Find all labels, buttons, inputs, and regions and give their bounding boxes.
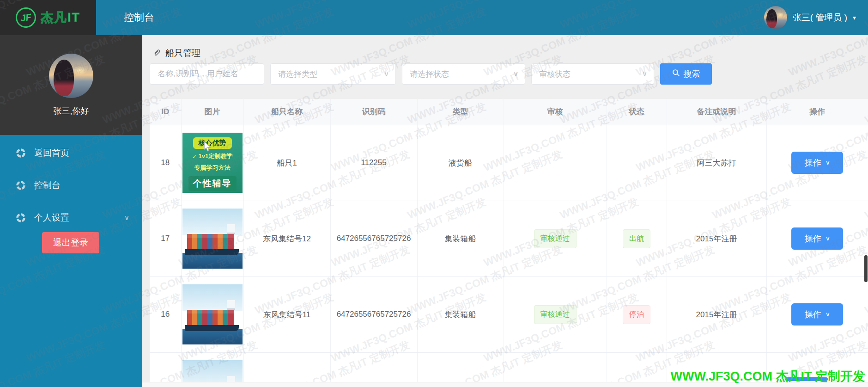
logout-button[interactable]: 退出登录 — [42, 232, 99, 253]
col-header-image: 图片 — [181, 99, 243, 125]
row-actions-label: 操作 — [805, 233, 821, 244]
cell-id — [150, 352, 181, 382]
promo-line2: 专属学习方法 — [194, 164, 231, 172]
sidebar-item-settings[interactable]: 个人设置 ∨ — [0, 207, 142, 229]
sidebar-item-label: 返回首页 — [34, 147, 69, 159]
audit-badge: 审核通过 — [534, 229, 577, 248]
ships-table: ID 图片 船只名称 识别码 类型 审核 状态 备注或说明 操作 18 — [150, 99, 868, 382]
col-header-remark: 备注或说明 — [667, 99, 766, 125]
col-header-audit: 审核 — [504, 99, 607, 125]
cell-name: 船只1 — [243, 125, 330, 201]
cell-image — [181, 352, 243, 382]
cell-image: 核心优势 ✓1v1定制教学 专属学习方法 个性辅导 — [181, 125, 243, 201]
ship-photo[interactable] — [182, 284, 243, 344]
chevron-down-icon: ∨ — [826, 235, 830, 242]
cell-id: 18 — [150, 125, 181, 201]
caret-down-icon: ▾ — [853, 14, 856, 21]
user-name-label: 张三( 管理员 ) — [793, 12, 847, 24]
cell-audit: 审核通过 — [504, 201, 607, 276]
promo-line1: 1v1定制教学 — [199, 152, 233, 160]
chevron-down-icon: ∨ — [513, 70, 518, 78]
cell-image — [181, 201, 243, 276]
keyword-input[interactable] — [150, 63, 264, 85]
cell-audit — [504, 352, 607, 382]
topbar: JF 杰凡IT 控制台 张三( 管理员 ) ▾ — [0, 0, 868, 35]
status-badge: 出航 — [623, 229, 650, 248]
cell-type: 集装箱船 — [417, 276, 504, 352]
row-actions-label: 操作 — [805, 157, 821, 168]
row-actions-label: 操作 — [805, 309, 821, 320]
cell-id: 17 — [150, 201, 181, 276]
cell-remark: 2015年注册 — [667, 201, 766, 276]
cell-status — [607, 352, 667, 382]
paperclip-icon — [152, 48, 161, 59]
col-header-id: ID — [150, 99, 181, 125]
chevron-down-icon: ∨ — [384, 70, 389, 78]
cell-name: 东风集结号11 — [243, 276, 330, 352]
promo-badge: 核心优势 — [193, 137, 232, 149]
col-header-status: 状态 — [607, 99, 667, 125]
ship-photo[interactable] — [182, 360, 243, 382]
search-button[interactable]: 搜索 — [660, 63, 712, 85]
footer-brand-text: WWW.JF3Q.COM 杰凡IT 定制开发 — [671, 368, 865, 385]
status-select[interactable]: 请选择状态 ∨ — [402, 63, 525, 85]
cell-actions: 操作 ∨ — [766, 276, 868, 352]
main-content: 船只管理 请选择类型 ∨ 请选择状态 ∨ 审核状态 ∨ 搜索 — [142, 35, 868, 387]
cell-id: 16 — [150, 276, 181, 352]
cell-type — [417, 352, 504, 382]
type-select-placeholder: 请选择类型 — [278, 69, 317, 80]
chevron-down-icon: ∨ — [642, 70, 647, 78]
table-header-row: ID 图片 船只名称 识别码 类型 审核 状态 备注或说明 操作 — [150, 99, 868, 125]
cell-name: 东风集结号12 — [243, 201, 330, 276]
cell-actions: 操作 ∨ — [766, 201, 868, 276]
status-select-placeholder: 请选择状态 — [410, 69, 449, 80]
cell-remark: 阿三大苏打 — [667, 125, 766, 201]
row-actions-button[interactable]: 操作 ∨ — [791, 152, 843, 174]
table-row: 17 东风集结号12 64726556765725726 集装箱船 审核通过 出… — [150, 201, 868, 276]
row-actions-button[interactable]: 操作 ∨ — [791, 227, 843, 250]
type-select[interactable]: 请选择类型 ∨ — [270, 63, 396, 85]
page-title: 船只管理 — [152, 47, 200, 59]
user-menu[interactable]: 张三( 管理员 ) ▾ — [764, 0, 856, 35]
cell-code — [330, 352, 417, 382]
ring-icon — [16, 180, 26, 190]
search-button-label: 搜索 — [684, 68, 700, 80]
ring-icon — [16, 148, 26, 158]
sidebar-profile: 张三,你好 — [0, 35, 142, 135]
cell-type: 液货船 — [417, 125, 504, 201]
table-row: 16 东风集结号11 64726556765725726 集装箱船 审核通过 停… — [150, 276, 868, 352]
user-avatar[interactable] — [764, 6, 787, 29]
ring-icon — [16, 213, 26, 223]
cell-actions: 操作 ∨ — [766, 125, 868, 201]
cell-type: 集装箱船 — [417, 201, 504, 276]
topbar-title: 控制台 — [124, 0, 154, 35]
vertical-scrollbar-thumb[interactable] — [864, 255, 868, 282]
status-badge: 停泊 — [623, 305, 650, 324]
brand-jf-icon: JF — [14, 6, 37, 29]
profile-avatar[interactable] — [49, 54, 93, 98]
chevron-down-icon: ∨ — [124, 214, 129, 222]
col-header-name: 船只名称 — [243, 99, 330, 125]
sidebar: 张三,你好 返回首页 控制台 个人设置 ∨ 退出登录 — [0, 35, 142, 387]
promo-line3: 个性辅导 — [188, 176, 237, 191]
ship-photo[interactable] — [182, 209, 243, 269]
audit-select[interactable]: 审核状态 ∨ — [531, 63, 654, 85]
cell-status: 出航 — [607, 201, 667, 276]
cell-status: 停泊 — [607, 276, 667, 352]
sidebar-item-console[interactable]: 控制台 — [0, 174, 142, 197]
sidebar-item-home[interactable]: 返回首页 — [0, 142, 142, 164]
app-logo[interactable]: JF 杰凡IT — [0, 0, 96, 35]
audit-select-placeholder: 审核状态 — [539, 69, 571, 80]
search-icon — [672, 69, 680, 79]
cell-status — [607, 125, 667, 201]
row-actions-button[interactable]: 操作 ∨ — [791, 303, 843, 326]
chevron-down-icon: ∨ — [826, 311, 830, 318]
cell-code: 112255 — [330, 125, 417, 201]
ship-promo-image[interactable]: 核心优势 ✓1v1定制教学 专属学习方法 个性辅导 — [182, 133, 243, 193]
chevron-down-icon: ∨ — [826, 160, 830, 166]
cell-code: 64726556765725726 — [330, 201, 417, 276]
profile-greeting: 张三,你好 — [53, 105, 89, 117]
sidebar-item-label: 个人设置 — [34, 212, 69, 224]
page-title-text: 船只管理 — [165, 47, 200, 59]
filter-bar: 请选择类型 ∨ 请选择状态 ∨ 审核状态 ∨ 搜索 — [150, 63, 712, 85]
